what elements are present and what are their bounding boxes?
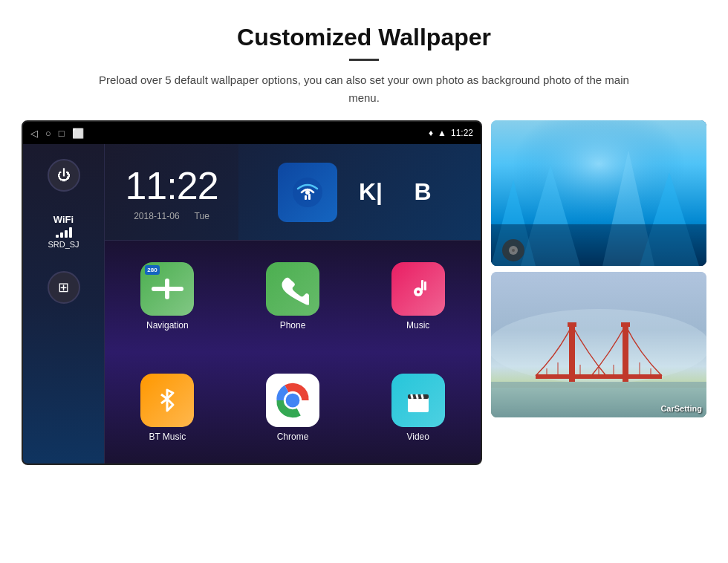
signal-wifi-icon [290, 175, 325, 210]
android-device: ◁ ○ □ ⬜ ♦ ▲ 11:22 ⏻ WiFi [22, 120, 482, 465]
app-grid: 280 Navigation Phone [105, 241, 481, 463]
svg-rect-2 [305, 195, 307, 200]
carsetting-label: CarSetting [660, 404, 702, 413]
status-time: 11:22 [451, 128, 473, 138]
location-icon: ♦ [429, 128, 433, 138]
home-nav-icon[interactable]: ○ [45, 128, 51, 139]
phone-app-icon [266, 262, 319, 316]
phone-app-label: Phone [280, 320, 306, 331]
page-title: Customized Wallpaper [59, 24, 669, 51]
map-inner: 280 [140, 262, 194, 316]
app-cell-video[interactable]: Video [355, 352, 481, 463]
wifi-bar-4 [69, 227, 72, 238]
wallpaper-card-ice[interactable] [491, 120, 706, 266]
wallpaper-card-bridge[interactable]: CarSetting [491, 272, 706, 417]
navigation-app-label: Navigation [146, 320, 189, 331]
map-road-v [165, 279, 169, 300]
music-app-icon [391, 262, 445, 316]
back-nav-icon[interactable]: ◁ [30, 128, 38, 139]
clock-section: 11:22 2018-11-06 Tue [105, 144, 238, 240]
video-app-label: Video [406, 432, 429, 442]
left-sidebar: ⏻ WiFi SRD_SJ ⊞ [23, 144, 105, 463]
content-area: ◁ ○ □ ⬜ ♦ ▲ 11:22 ⏻ WiFi [0, 120, 728, 563]
app-cell-phone[interactable]: Phone [230, 241, 356, 352]
status-left: ◁ ○ □ ⬜ [30, 128, 84, 139]
phone-icon-svg [276, 273, 309, 305]
wifi-info: WiFi SRD_SJ [48, 214, 79, 249]
wallpaper-bridge: CarSetting [491, 272, 706, 417]
k-app-widget[interactable]: K| [352, 174, 389, 211]
video-app-icon [391, 374, 445, 427]
page-header: Customized Wallpaper Preload over 5 defa… [0, 0, 728, 120]
b-app-widget[interactable]: B [404, 174, 441, 211]
music-app-label: Music [406, 320, 429, 331]
wifi-bar-2 [60, 232, 63, 238]
wifi-bar-1 [56, 235, 59, 238]
btmusic-app-icon [140, 374, 194, 427]
video-inner [391, 374, 445, 427]
svg-rect-23 [491, 224, 706, 266]
screenshot-nav-icon[interactable]: ⬜ [72, 128, 84, 139]
btmusic-app-label: BT Music [149, 432, 186, 442]
title-divider [349, 59, 379, 61]
svg-point-11 [286, 394, 300, 408]
clock-time: 11:22 [125, 163, 218, 208]
svg-rect-31 [569, 324, 575, 382]
wifi-bars [56, 227, 72, 238]
widget-section: K| B [238, 144, 481, 240]
svg-rect-8 [424, 282, 426, 290]
bluetooth-icon-svg [151, 384, 183, 417]
wifi-label: WiFi [53, 214, 74, 225]
chrome-app-icon [266, 374, 319, 427]
clock-date-value: 2018-11-06 [134, 211, 179, 221]
video-icon-svg [402, 384, 435, 417]
signal-icon: ▲ [438, 128, 446, 138]
app-cell-music[interactable]: Music [355, 241, 481, 352]
svg-rect-30 [491, 382, 706, 388]
screen-content: ⏻ WiFi SRD_SJ ⊞ [23, 144, 481, 463]
b-letter: B [414, 178, 431, 206]
svg-rect-32 [623, 324, 628, 382]
app-cell-btmusic[interactable]: BT Music [105, 352, 230, 463]
page-description: Preload over 5 default wallpaper options… [97, 71, 631, 107]
wifi-network: SRD_SJ [48, 240, 79, 249]
map-shield: 280 [145, 265, 159, 275]
center-content: 11:22 2018-11-06 Tue [105, 144, 481, 463]
svg-point-26 [512, 249, 515, 252]
wifi-widget[interactable] [278, 163, 337, 222]
svg-rect-3 [308, 194, 311, 200]
grid-button[interactable]: ⊞ [48, 271, 80, 304]
music-icon-svg [402, 273, 435, 305]
k-letter: K| [359, 178, 383, 206]
recent-nav-icon[interactable]: □ [59, 128, 65, 139]
ice-svg [491, 120, 706, 266]
app-cell-chrome[interactable]: Chrome [230, 352, 356, 463]
wifi-bar-3 [65, 230, 68, 238]
clock-row: 11:22 2018-11-06 Tue [105, 144, 481, 241]
wallpaper-ice [491, 120, 706, 266]
status-bar: ◁ ○ □ ⬜ ♦ ▲ 11:22 [23, 122, 481, 144]
clock-date: 2018-11-06 Tue [134, 211, 209, 221]
status-right: ♦ ▲ 11:22 [429, 128, 473, 138]
wallpaper-previews: CarSetting [491, 120, 706, 417]
chrome-icon-svg [270, 378, 315, 423]
svg-point-6 [417, 290, 420, 293]
power-button[interactable]: ⏻ [48, 159, 80, 192]
app-cell-navigation[interactable]: 280 Navigation [105, 241, 230, 352]
bt-inner [140, 374, 194, 427]
bridge-svg [491, 272, 706, 417]
chrome-app-label: Chrome [277, 432, 309, 442]
navigation-app-icon: 280 [140, 262, 194, 316]
svg-rect-7 [421, 280, 423, 290]
clock-day-value: Tue [195, 211, 209, 221]
